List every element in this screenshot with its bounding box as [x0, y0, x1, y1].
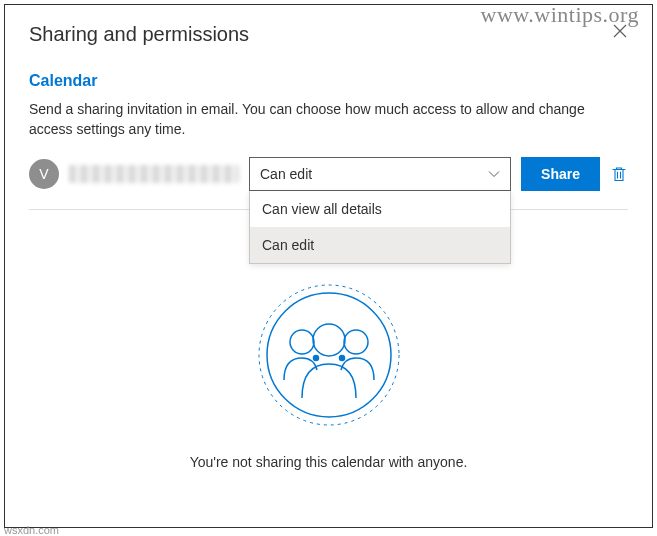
close-button[interactable] [612, 23, 628, 42]
header-row: Sharing and permissions [29, 23, 628, 46]
avatar: V [29, 159, 59, 189]
permission-selected-label: Can edit [260, 166, 312, 182]
svg-point-2 [290, 330, 314, 354]
chevron-down-icon [488, 168, 500, 180]
share-invite-row: V Can edit Can view all details Can edit… [29, 157, 628, 191]
share-button[interactable]: Share [521, 157, 600, 191]
svg-point-3 [344, 330, 368, 354]
trash-icon [610, 165, 628, 183]
svg-point-5 [313, 356, 318, 361]
svg-point-4 [313, 324, 345, 356]
permission-dropdown-wrap: Can edit Can view all details Can edit [249, 157, 511, 191]
recipient-email [69, 165, 239, 183]
people-illustration-icon [254, 280, 404, 430]
permission-option-view-all[interactable]: Can view all details [250, 191, 510, 227]
remove-recipient-button[interactable] [610, 165, 628, 183]
page-title: Sharing and permissions [29, 23, 249, 46]
permission-dropdown-menu: Can view all details Can edit [249, 191, 511, 264]
close-icon [612, 23, 628, 39]
svg-point-6 [339, 356, 344, 361]
permission-option-can-edit[interactable]: Can edit [250, 227, 510, 263]
sharing-permissions-panel: Sharing and permissions Calendar Send a … [4, 4, 653, 528]
empty-state-caption: You're not sharing this calendar with an… [190, 454, 468, 470]
section-title-calendar: Calendar [29, 72, 628, 90]
svg-point-1 [259, 285, 399, 425]
svg-point-0 [267, 293, 391, 417]
permission-dropdown[interactable]: Can edit [249, 157, 511, 191]
empty-state: You're not sharing this calendar with an… [29, 280, 628, 470]
section-description: Send a sharing invitation in email. You … [29, 100, 628, 139]
